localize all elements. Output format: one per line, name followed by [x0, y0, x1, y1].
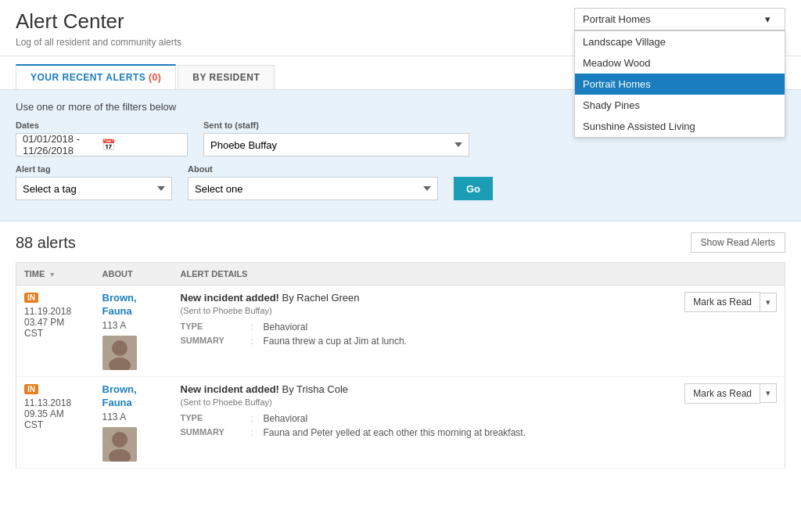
- table-row: IN 11.19.2018 03.47 PM CST Brown, Fauna …: [16, 286, 785, 377]
- col-header-details: ALERT DETAILS: [173, 263, 785, 286]
- summary-val-1: Fauna threw a cup at Jim at lunch.: [264, 336, 407, 347]
- svg-point-1: [112, 340, 128, 356]
- tab-recent-alerts[interactable]: YOUR RECENT ALERTS (0): [16, 64, 176, 89]
- alerts-header: 88 alerts Show Read Alerts: [16, 232, 785, 253]
- avatar-2: [102, 427, 137, 462]
- community-dropdown-container: Portrait Homes ▾ Landscape Village Meado…: [574, 8, 785, 138]
- summary-key-1: SUMMARY: [181, 336, 251, 347]
- dates-value: 01/01/2018 - 11/26/2018: [23, 133, 102, 156]
- community-dropdown-menu: Landscape Village Meadow Wood Portrait H…: [574, 31, 785, 138]
- community-option-landscape-village[interactable]: Landscape Village: [575, 31, 785, 52]
- show-read-alerts-button[interactable]: Show Read Alerts: [691, 232, 785, 253]
- table-header-row: TIME ▼ ABOUT ALERT DETAILS: [16, 263, 785, 286]
- filter-group-go: Go: [454, 164, 493, 200]
- about-select[interactable]: Select one: [188, 177, 438, 200]
- col-header-about: ABOUT: [95, 263, 173, 286]
- type-val-2: Behavioral: [264, 413, 308, 424]
- alerts-table: TIME ▼ ABOUT ALERT DETAILS IN 11.: [16, 262, 785, 469]
- alert-date-1: 11.19.2018: [24, 306, 87, 317]
- svg-point-4: [112, 432, 128, 448]
- alert-tz-2: CST: [24, 419, 87, 430]
- detail-summary-row-1: SUMMARY : Fauna threw a cup at Jim at lu…: [181, 336, 670, 347]
- dates-label: Dates: [16, 120, 188, 130]
- detail-summary-row-2: SUMMARY : Fauna and Peter yelled at each…: [181, 427, 670, 438]
- alert-tz-1: CST: [24, 328, 87, 339]
- filter-group-sent-to: Sent to (staff) Phoebe Buffay: [203, 120, 469, 156]
- calendar-icon: 📅: [102, 138, 181, 151]
- alerts-count: 88 alerts: [16, 234, 76, 252]
- community-option-meadow-wood[interactable]: Meadow Wood: [575, 52, 785, 74]
- alert-tag-label: Alert tag: [16, 164, 172, 174]
- avatar-1: [102, 336, 137, 370]
- filter-group-about: About Select one: [188, 164, 438, 200]
- mark-as-read-button-1[interactable]: Mark as Read: [684, 292, 760, 312]
- alerts-table-body: IN 11.19.2018 03.47 PM CST Brown, Fauna …: [16, 286, 785, 469]
- summary-key-2: SUMMARY: [181, 427, 251, 438]
- mark-as-read-arrow-2[interactable]: ▾: [760, 383, 777, 403]
- detail-cell-2: New incident added! By Trisha Cole (Sent…: [173, 376, 677, 468]
- time-cell-2: IN 11.13.2018 09.35 AM CST: [16, 376, 95, 468]
- tab-by-resident[interactable]: BY RESIDENT: [178, 65, 275, 89]
- resident-room-2: 113 A: [102, 412, 165, 422]
- alert-badge-1: IN: [24, 293, 38, 303]
- mark-as-read-button-2[interactable]: Mark as Read: [684, 383, 760, 404]
- mark-read-wrap-2: Mark as Read ▾: [684, 383, 777, 404]
- detail-sent-2: (Sent to Phoebe Buffay): [181, 397, 670, 407]
- go-button[interactable]: Go: [454, 177, 493, 200]
- col-header-time[interactable]: TIME ▼: [16, 263, 95, 286]
- about-label: About: [188, 164, 438, 174]
- detail-cell-1: New incident added! By Rachel Green (Sen…: [173, 286, 677, 377]
- community-dropdown-trigger[interactable]: Portrait Homes ▾: [574, 8, 785, 31]
- detail-type-row-1: TYPE : Behavioral: [181, 322, 670, 332]
- sort-arrow-icon: ▼: [48, 271, 56, 279]
- type-key-1: TYPE: [181, 322, 251, 332]
- mark-read-wrap-1: Mark as Read ▾: [684, 292, 777, 312]
- sent-to-select[interactable]: Phoebe Buffay: [203, 133, 469, 156]
- type-key-2: TYPE: [181, 413, 251, 424]
- page-wrapper: Alert Center Log of all resident and com…: [0, 0, 801, 532]
- action-cell-1: Mark as Read ▾: [677, 286, 785, 377]
- resident-name-1[interactable]: Brown, Fauna: [102, 292, 165, 318]
- action-cell-2: Mark as Read ▾: [677, 376, 785, 468]
- community-option-sunshine-assisted[interactable]: Sunshine Assisted Living: [575, 116, 785, 137]
- mark-as-read-arrow-1[interactable]: ▾: [760, 293, 777, 312]
- alert-tag-select[interactable]: Select a tag: [16, 177, 172, 200]
- resident-name-2[interactable]: Brown, Fauna: [102, 383, 165, 410]
- alerts-section: 88 alerts Show Read Alerts TIME ▼ ABOUT …: [0, 221, 801, 480]
- summary-val-2: Fauna and Peter yelled at each other thi…: [264, 427, 526, 438]
- alert-badge-2: IN: [24, 384, 38, 394]
- time-cell-1: IN 11.19.2018 03.47 PM CST: [16, 286, 95, 377]
- detail-type-row-2: TYPE : Behavioral: [181, 413, 670, 424]
- community-option-portrait-homes[interactable]: Portrait Homes: [575, 74, 785, 95]
- dates-input[interactable]: 01/01/2018 - 11/26/2018 📅: [16, 133, 188, 156]
- filter-group-tag: Alert tag Select a tag: [16, 164, 172, 200]
- detail-title-1: New incident added! By Rachel Green: [181, 292, 670, 304]
- resident-room-1: 113 A: [102, 320, 165, 331]
- type-val-1: Behavioral: [264, 322, 308, 332]
- about-cell-1: Brown, Fauna 113 A: [95, 286, 173, 377]
- alert-time-2: 09.35 AM: [24, 408, 87, 419]
- filter-row-2: Alert tag Select a tag About Select one …: [16, 164, 785, 200]
- detail-sent-1: (Sent to Phoebe Buffay): [181, 306, 670, 315]
- detail-title-2: New incident added! By Trisha Cole: [181, 383, 670, 395]
- table-row: IN 11.13.2018 09.35 AM CST Brown, Fauna …: [16, 376, 785, 468]
- filter-group-dates: Dates 01/01/2018 - 11/26/2018 📅: [16, 120, 188, 156]
- community-option-shady-pines[interactable]: Shady Pines: [575, 95, 785, 116]
- dropdown-arrow-icon: ▾: [765, 13, 770, 25]
- alert-time-1: 03.47 PM: [24, 317, 87, 328]
- sent-to-label: Sent to (staff): [203, 120, 469, 130]
- alert-date-2: 11.13.2018: [24, 397, 87, 408]
- community-selected-value: Portrait Homes: [583, 13, 651, 25]
- about-cell-2: Brown, Fauna 113 A: [95, 376, 173, 468]
